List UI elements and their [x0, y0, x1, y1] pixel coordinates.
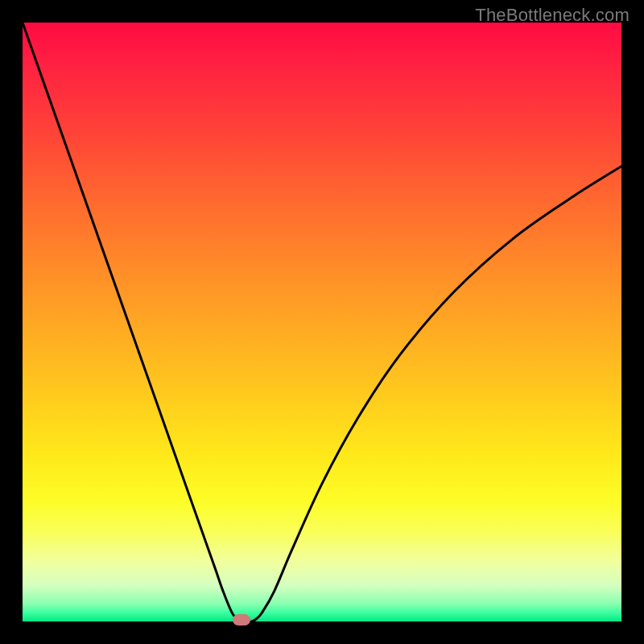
bottleneck-curve — [23, 23, 621, 621]
optimum-marker — [233, 614, 250, 625]
chart-plot-area — [23, 23, 621, 621]
